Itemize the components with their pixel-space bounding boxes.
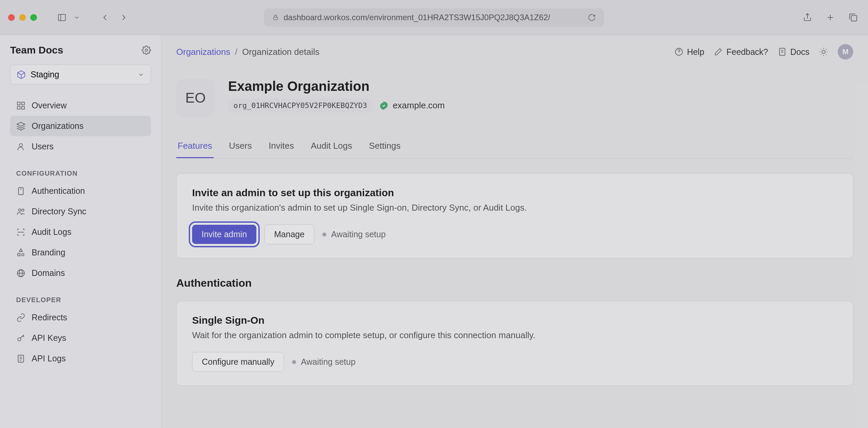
sso-card-desc: Wait for the organization admin to compl… (192, 330, 837, 340)
status-dot-icon (292, 360, 296, 364)
edit-icon (714, 47, 723, 57)
chevron-down-icon (137, 71, 145, 79)
nav-api-keys[interactable]: API Keys (10, 328, 151, 348)
svg-point-34 (822, 50, 825, 53)
sidebar-title: Team Docs (10, 44, 63, 56)
help-circle-icon (674, 47, 684, 57)
section-label-developer: DEVELOPER (16, 296, 151, 304)
svg-point-7 (145, 49, 148, 52)
user-avatar[interactable]: M (838, 44, 853, 60)
sso-status-text: Awaiting setup (301, 357, 355, 367)
feedback-label: Feedback? (726, 47, 768, 57)
environment-selector[interactable]: Staging (10, 65, 151, 85)
window-close-button[interactable] (8, 14, 15, 21)
shield-icon (16, 186, 26, 196)
nav-label: Overview (32, 101, 67, 110)
svg-rect-14 (19, 187, 23, 194)
tab-invites[interactable]: Invites (268, 134, 296, 158)
share-icon[interactable] (803, 13, 812, 22)
nav-audit-logs[interactable]: Audit Logs (10, 222, 151, 242)
file-icon (777, 47, 787, 57)
invite-admin-button[interactable]: Invite admin (192, 225, 256, 244)
key-icon (16, 333, 26, 343)
nav-label: Redirects (32, 313, 67, 322)
environment-label: Staging (31, 70, 59, 80)
help-link[interactable]: Help (674, 47, 704, 57)
sso-card-title: Single Sign-On (192, 315, 837, 326)
link-icon (16, 313, 26, 322)
nav-directory-sync[interactable]: Directory Sync (10, 201, 151, 222)
reload-icon[interactable] (588, 13, 596, 22)
breadcrumb-current: Organization details (242, 47, 320, 57)
chevron-down-icon[interactable] (73, 14, 80, 21)
feedback-link[interactable]: Feedback? (714, 47, 768, 57)
docs-link[interactable]: Docs (777, 47, 809, 57)
logs-icon (16, 354, 26, 363)
manage-button[interactable]: Manage (265, 224, 314, 244)
lock-icon (272, 14, 279, 21)
invite-status: Awaiting setup (322, 230, 385, 239)
nav-redirects[interactable]: Redirects (10, 307, 151, 328)
nav-branding[interactable]: Branding (10, 242, 151, 263)
tab-features[interactable]: Features (176, 134, 214, 158)
svg-rect-31 (779, 49, 785, 56)
configure-manually-button[interactable]: Configure manually (192, 352, 284, 372)
svg-point-17 (22, 209, 24, 211)
nav-label: API Logs (32, 354, 66, 363)
org-name: Example Organization (228, 79, 445, 94)
nav-api-logs[interactable]: API Logs (10, 348, 151, 369)
nav-authentication[interactable]: Authentication (10, 181, 151, 201)
nav-label: Branding (32, 248, 65, 257)
invite-status-text: Awaiting setup (331, 230, 385, 239)
svg-rect-11 (18, 106, 20, 109)
main-content: Organizations / Organization details Hel… (161, 35, 868, 428)
nav-back-icon[interactable] (100, 13, 110, 22)
nav-users[interactable]: Users (10, 136, 151, 157)
svg-rect-6 (851, 16, 857, 21)
organization-header: EO Example Organization org_01HRCVHACPY0… (176, 79, 853, 117)
window-zoom-button[interactable] (30, 14, 37, 21)
authentication-heading: Authentication (176, 277, 853, 289)
new-tab-icon[interactable] (826, 13, 835, 22)
tab-settings[interactable]: Settings (368, 134, 402, 158)
breadcrumb-root-link[interactable]: Organizations (176, 47, 230, 57)
tab-users[interactable]: Users (228, 134, 253, 158)
layers-icon (16, 121, 26, 131)
nav-overview[interactable]: Overview (10, 95, 151, 116)
users-icon (16, 207, 26, 216)
org-avatar: EO (176, 79, 215, 117)
svg-line-41 (821, 54, 821, 55)
sidebar-toggle-icon[interactable] (57, 13, 67, 22)
svg-point-16 (19, 209, 21, 211)
browser-toolbar: dashboard.workos.com/environment_01HRA2T… (0, 0, 868, 35)
nav-forward-icon[interactable] (119, 13, 128, 22)
org-id-badge[interactable]: org_01HRCVHACPY05V2FP0KEBQZYD3 (228, 99, 372, 112)
scan-icon (16, 227, 26, 237)
globe-icon (16, 269, 26, 278)
status-dot-icon (322, 233, 326, 237)
theme-toggle-icon[interactable] (819, 47, 828, 57)
invite-card-title: Invite an admin to set up this organizat… (192, 187, 837, 198)
nav-label: API Keys (32, 333, 66, 343)
sso-status: Awaiting setup (292, 357, 355, 367)
url-bar[interactable]: dashboard.workos.com/environment_01HRA2T… (264, 8, 604, 27)
cube-icon (17, 70, 26, 80)
top-bar: Organizations / Organization details Hel… (176, 35, 853, 69)
svg-marker-12 (17, 122, 25, 126)
tab-audit-logs[interactable]: Audit Logs (310, 134, 353, 158)
nav-label: Directory Sync (32, 207, 87, 216)
window-controls (8, 14, 37, 21)
nav-organizations[interactable]: Organizations (10, 116, 151, 136)
svg-point-19 (22, 253, 24, 256)
tabs-icon[interactable] (848, 13, 858, 22)
svg-rect-0 (59, 14, 66, 21)
nav-label: Domains (32, 268, 65, 278)
section-label-configuration: CONFIGURATION (16, 170, 151, 177)
window-minimize-button[interactable] (19, 14, 26, 21)
sso-card: Single Sign-On Wait for the organization… (176, 301, 853, 386)
docs-label: Docs (790, 47, 809, 57)
svg-line-39 (821, 49, 821, 50)
nav-domains[interactable]: Domains (10, 263, 151, 283)
gear-icon[interactable] (142, 45, 151, 55)
svg-line-40 (826, 54, 826, 55)
